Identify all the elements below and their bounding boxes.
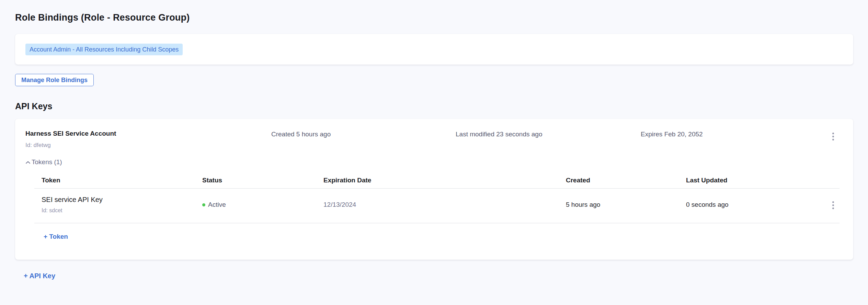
column-header-status: Status [202, 177, 323, 184]
api-key-expires: Expires Feb 20, 2052 [641, 130, 815, 138]
api-key-id: Id: dfetwg [25, 142, 271, 149]
role-bindings-card: Account Admin - All Resources Including … [15, 34, 853, 65]
page-title: Role Bindings (Role - Resource Group) [15, 12, 853, 23]
tokens-collapse-toggle[interactable]: Tokens (1) [25, 158, 62, 166]
chevron-up-icon [25, 160, 31, 164]
add-api-key-button[interactable]: + API Key [24, 272, 55, 280]
role-binding-chip[interactable]: Account Admin - All Resources Including … [25, 44, 183, 55]
tokens-table-header-row: Token Status Expiration Date Created Las… [34, 172, 840, 189]
token-table-row: SEI service API Key Id: sdcet Active 12/… [34, 189, 840, 223]
token-menu-button[interactable] [830, 199, 837, 211]
api-key-menu-button[interactable] [830, 131, 837, 143]
api-key-card-header: Harness SEI Service Account Id: dfetwg C… [15, 130, 853, 149]
api-key-identity: Harness SEI Service Account Id: dfetwg [25, 130, 271, 149]
api-key-last-modified: Last modified 23 seconds ago [456, 130, 641, 138]
status-active-dot-icon [202, 203, 205, 206]
manage-role-bindings-button[interactable]: Manage Role Bindings [15, 74, 94, 86]
column-header-token: Token [34, 177, 202, 184]
token-name: SEI service API Key [42, 196, 202, 204]
token-id: Id: sdcet [42, 207, 202, 214]
api-key-created: Created 5 hours ago [271, 130, 456, 138]
api-key-name: Harness SEI Service Account [25, 130, 271, 137]
token-identity: SEI service API Key Id: sdcet [34, 196, 202, 214]
add-token-button[interactable]: + Token [44, 233, 68, 240]
token-last-updated: 0 seconds ago [686, 201, 815, 208]
status-badge: Active [208, 201, 226, 208]
tokens-toggle-label: Tokens (1) [32, 158, 62, 166]
page-container: Role Bindings (Role - Resource Group) Ac… [0, 0, 868, 280]
token-status: Active [202, 201, 323, 208]
api-key-card: Harness SEI Service Account Id: dfetwg C… [15, 119, 853, 260]
token-created: 5 hours ago [566, 201, 686, 208]
api-keys-heading: API Keys [15, 101, 853, 111]
column-header-expiration-date: Expiration Date [323, 177, 566, 184]
tokens-table: Token Status Expiration Date Created Las… [34, 172, 840, 240]
token-expiration-date: 12/13/2024 [323, 201, 566, 208]
column-header-created: Created [566, 177, 686, 184]
column-header-last-updated: Last Updated [686, 177, 815, 184]
